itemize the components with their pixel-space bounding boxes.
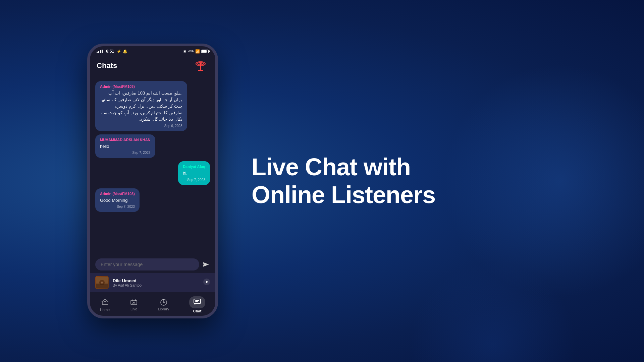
chat-icon <box>193 298 201 306</box>
thumbnail-art <box>96 277 108 288</box>
phone-frame: 6:51 ⚡ 🔔 ▣ WiFi 📶 Chats <box>87 44 218 318</box>
message-sender-1: Admin (MastFM103) <box>100 84 182 88</box>
nav-label-home: Home <box>100 308 110 312</box>
alarm-icon: 🔔 <box>123 49 127 54</box>
message-input[interactable] <box>95 258 199 270</box>
svg-point-7 <box>101 282 103 284</box>
now-playing-bar: Dile Umeed By Asif Ali Santoo <box>90 273 215 292</box>
svg-rect-16 <box>194 299 201 304</box>
track-artist: By Asif Ali Santoo <box>113 283 199 287</box>
message-time-1: Sep 6, 2023 <box>100 124 182 128</box>
chat-messages: Admin (MastFM103) ہیلو، مست ایف ایم 103 … <box>90 78 215 256</box>
svg-point-12 <box>133 302 135 304</box>
message-sender-2: MUHAMMAD ARSLAN KHAN <box>100 138 151 142</box>
track-name: Dile Umeed <box>113 278 199 283</box>
message-time-3: Sep 7, 2023 <box>183 178 205 182</box>
svg-point-14 <box>163 301 165 303</box>
track-thumbnail <box>95 276 109 289</box>
nav-label-chat: Chat <box>193 309 201 313</box>
message-text-2: hello <box>100 143 151 150</box>
signal-bar-4 <box>102 50 103 53</box>
message-bubble-2: MUHAMMAD ARSLAN KHAN hello Sep 7, 2023 <box>95 134 155 158</box>
header-logo <box>193 58 209 74</box>
message-sender-3: Daniyat Afaq <box>183 165 205 169</box>
play-button[interactable] <box>203 279 210 287</box>
bg-decoration-bottom <box>409 261 577 362</box>
send-icon <box>202 260 210 268</box>
message-text-4: Good Morning <box>100 197 135 204</box>
nav-item-library[interactable]: Library <box>153 297 175 312</box>
status-icons: ▣ WiFi 📶 <box>183 49 209 54</box>
nav-label-live: Live <box>130 307 137 311</box>
svg-rect-8 <box>96 284 108 288</box>
message-text-3: hi. <box>183 170 205 177</box>
track-info: Dile Umeed By Asif Ali Santoo <box>113 278 199 287</box>
chat-header: Chats <box>90 55 215 78</box>
phone-wrapper: 6:51 ⚡ 🔔 ▣ WiFi 📶 Chats <box>87 44 218 318</box>
home-icon <box>101 298 109 306</box>
message-input-area <box>90 256 215 273</box>
play-icon <box>203 279 210 285</box>
battery-fill <box>202 50 207 53</box>
nav-item-chat[interactable]: Chat <box>184 295 211 314</box>
message-text-1: ہیلو، مست ایف ایم 103 صارفین، اب آپ یہاں… <box>100 90 182 123</box>
nav-item-live[interactable]: Live <box>124 297 143 312</box>
signal-bar-3 <box>100 50 101 53</box>
signal-bars <box>97 50 103 53</box>
nav-icon-home-bg <box>101 298 109 307</box>
message-sender-4: Admin (MastFM103) <box>100 192 135 196</box>
message-time-4: Sep 7, 2023 <box>100 205 135 208</box>
message-bubble-1: Admin (MastFM103) ہیلو، مست ایف ایم 103 … <box>95 81 187 131</box>
signal-bar-1 <box>97 52 98 53</box>
signal-bar-2 <box>98 51 99 53</box>
live-icon <box>130 298 138 306</box>
bottom-nav: Home Live Library <box>90 292 215 316</box>
status-left: 6:51 ⚡ 🔔 <box>97 49 127 54</box>
wifi-icon: 📶 <box>195 49 200 54</box>
status-icon-wifi: WiFi <box>188 50 194 53</box>
promo-heading: Live Chat with Online Listeners <box>252 153 617 209</box>
charge-icon: ⚡ <box>117 49 121 54</box>
message-bubble-3: Daniyat Afaq hi. Sep 7, 2023 <box>178 161 210 185</box>
promo-text-area: Live Chat with Online Listeners <box>218 153 644 209</box>
message-bubble-4: Admin (MastFM103) Good Morning Sep 7, 20… <box>95 188 140 212</box>
status-icon-sim: ▣ <box>183 50 186 53</box>
promo-line1: Live Chat with <box>252 154 411 180</box>
battery-icon <box>201 50 209 53</box>
logo-svg <box>193 58 208 73</box>
send-button[interactable] <box>202 260 210 268</box>
chat-title: Chats <box>97 61 117 70</box>
nav-label-library: Library <box>158 307 169 311</box>
nav-item-home[interactable]: Home <box>95 296 115 313</box>
status-time: 6:51 <box>106 49 114 54</box>
svg-point-4 <box>200 63 202 65</box>
library-icon <box>160 298 168 306</box>
status-bar: 6:51 ⚡ 🔔 ▣ WiFi 📶 <box>90 46 215 55</box>
nav-active-bg <box>189 296 205 308</box>
message-time-2: Sep 7, 2023 <box>100 151 151 155</box>
promo-line2: Online Listeners <box>252 181 435 208</box>
